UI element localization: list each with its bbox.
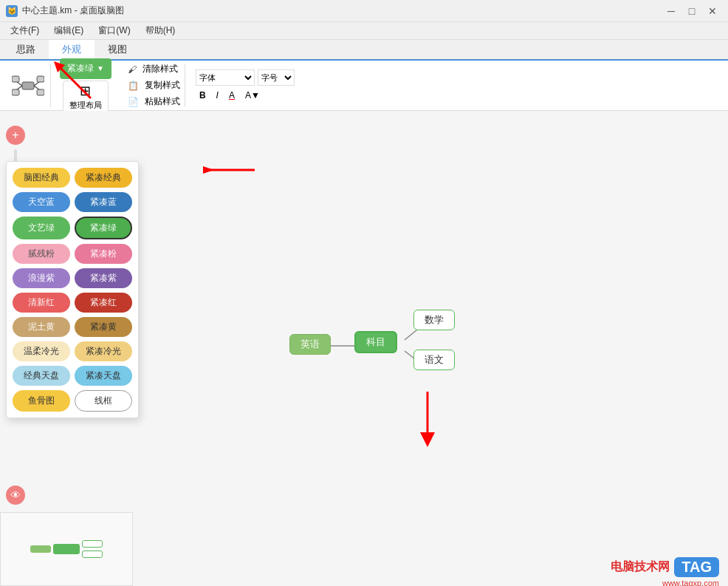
minimap-right-nodes: [82, 540, 103, 558]
theme-dropdown-menu: 脑图经典 紧凑经典 天空蓝 紧凑蓝 文艺绿 紧凑绿 腻残粉 紧凑粉 浪漫紫 紧凑…: [6, 161, 139, 418]
style-dropdown-button[interactable]: 紧凑绿 ▼: [60, 58, 111, 79]
mindmap-icon: [10, 68, 46, 103]
minimap-panel: [0, 512, 133, 586]
theme-tight-yellow[interactable]: 紧凑黄: [75, 317, 132, 337]
format-row-2: 📋 复制样式: [125, 79, 180, 92]
theme-romantic-purple[interactable]: 浪漫紫: [13, 268, 70, 288]
svg-rect-4: [12, 89, 19, 95]
minimap-content: [1, 513, 132, 585]
font-size-select[interactable]: 字号: [258, 69, 295, 86]
theme-earth-yellow[interactable]: 泥土黄: [13, 317, 70, 337]
layout-button[interactable]: ⊞ 整理布局: [63, 81, 109, 113]
svg-rect-2: [12, 76, 19, 82]
minimap-right-node-2: [82, 551, 103, 558]
theme-silly-pink[interactable]: 腻残粉: [13, 244, 70, 264]
theme-warm-cool[interactable]: 温柔冷光: [13, 341, 70, 361]
node-center[interactable]: 科目: [354, 331, 397, 353]
italic-button[interactable]: I: [213, 89, 222, 102]
main-area: 英语 科目 数学 语文 +: [0, 111, 728, 586]
font-row-1: 字体 字号: [196, 69, 295, 86]
watermark-tag: TAG: [674, 557, 719, 577]
theme-fresh-red[interactable]: 清新红: [13, 293, 70, 313]
copy-style-icon[interactable]: 📋: [125, 79, 142, 92]
format-section: 🖌 清除样式 📋 复制样式 📄 粘贴样式: [120, 64, 185, 107]
theme-tight-sky2[interactable]: 紧凑天盘: [75, 366, 132, 386]
titlebar-controls[interactable]: ─ □ ✕: [662, 4, 722, 18]
paste-style-icon[interactable]: 📄: [125, 95, 142, 109]
close-button[interactable]: ✕: [703, 4, 722, 18]
bold-button[interactable]: B: [196, 89, 210, 102]
toolbar-mindmap-icon-section: [6, 64, 51, 107]
format-row-1: 🖌 清除样式: [125, 63, 180, 76]
node-right2[interactable]: 语文: [413, 350, 455, 370]
menu-edit[interactable]: 编辑(E): [47, 23, 91, 38]
menubar: 文件(F) 编辑(E) 窗口(W) 帮助(H): [0, 22, 728, 40]
minimap-right-node-1: [82, 540, 103, 548]
theme-classic-sky[interactable]: 经典天盘: [13, 366, 70, 386]
tab-siluo[interactable]: 思路: [3, 40, 49, 61]
arrow-down-svg: [419, 392, 436, 451]
watermark: 电脑技术网 TAG www.tagxp.com: [611, 557, 719, 577]
clear-style-label: 清除样式: [142, 63, 178, 75]
app-icon: 🐱: [6, 5, 18, 17]
menu-file[interactable]: 文件(F): [3, 23, 47, 38]
watermark-url: www.tagxp.com: [662, 579, 719, 586]
watermark-text: 电脑技术网: [611, 559, 670, 575]
paste-style-label: 粘贴样式: [145, 95, 180, 108]
theme-tight-pink[interactable]: 紧凑粉: [75, 244, 132, 264]
font-color-button[interactable]: A: [225, 89, 238, 102]
font-row-2: B I A A▼: [196, 89, 295, 102]
svg-rect-8: [37, 89, 44, 95]
theme-literary-green[interactable]: 文艺绿: [13, 217, 70, 239]
node-yingyu[interactable]: 英语: [289, 334, 331, 355]
theme-tight-red[interactable]: 紧凑红: [75, 293, 132, 313]
eye-button[interactable]: 👁: [6, 486, 25, 505]
node-right1[interactable]: 数学: [413, 310, 455, 330]
clear-style-icon[interactable]: 🖌: [125, 63, 140, 76]
layout-icon: ⊞: [80, 83, 91, 99]
style-section: 紧凑绿 ▼ ⊞ 整理布局: [57, 58, 114, 113]
minimap-center-node: [53, 544, 80, 554]
window-title: 中心主题.km - 桌面版脑图: [22, 4, 124, 17]
titlebar: 🐱 中心主题.km - 桌面版脑图 ─ □ ✕: [0, 0, 728, 22]
node-left1[interactable]: 英语: [289, 334, 331, 355]
zoom-in-button[interactable]: +: [6, 126, 25, 145]
theme-tight-green[interactable]: 紧凑绿: [75, 217, 132, 239]
font-family-select[interactable]: 字体: [196, 69, 255, 86]
theme-tight-sky[interactable]: 紧凑蓝: [75, 192, 132, 212]
mindmap-svg-icon: [12, 72, 44, 100]
titlebar-left: 🐱 中心主题.km - 桌面版脑图: [6, 4, 124, 17]
toolbar: 紧凑绿 ▼ ⊞ 整理布局 🖌 清除样式 📋 复制样式 📄 粘贴样式 字体: [0, 61, 728, 111]
theme-fishbone[interactable]: 鱼骨图: [13, 390, 70, 412]
node-kemu[interactable]: 科目: [354, 331, 397, 353]
theme-sky-blue[interactable]: 天空蓝: [13, 192, 70, 212]
svg-rect-0: [22, 82, 34, 89]
highlight-button[interactable]: A▼: [241, 89, 264, 102]
menu-window[interactable]: 窗口(W): [91, 23, 137, 38]
font-section: 字体 字号 B I A A▼: [191, 64, 299, 107]
node-shuxue[interactable]: 数学: [413, 310, 455, 330]
minimap-nodes: [30, 540, 103, 558]
theme-tight-classic[interactable]: 紧凑经典: [75, 168, 132, 188]
svg-rect-6: [37, 76, 44, 82]
theme-tight-cool[interactable]: 紧凑冷光: [75, 341, 132, 361]
theme-grid: 脑图经典 紧凑经典 天空蓝 紧凑蓝 文艺绿 紧凑绿 腻残粉 紧凑粉 浪漫紫 紧凑…: [13, 168, 132, 412]
node-yuwen[interactable]: 语文: [413, 350, 455, 370]
menu-help[interactable]: 帮助(H): [138, 23, 183, 38]
minimize-button[interactable]: ─: [662, 4, 681, 18]
minimap-left-node: [30, 545, 51, 553]
copy-style-label: 复制样式: [145, 79, 180, 92]
dropdown-arrow-icon: ▼: [97, 64, 104, 72]
theme-tight-purple[interactable]: 紧凑紫: [75, 268, 132, 288]
arrow-down-indicator: [419, 392, 436, 456]
format-row-3: 📄 粘贴样式: [125, 95, 180, 109]
theme-wireframe[interactable]: 线框: [75, 390, 132, 412]
theme-brain-classic[interactable]: 脑图经典: [13, 168, 70, 188]
maximize-button[interactable]: □: [682, 4, 701, 18]
svg-marker-16: [420, 432, 435, 447]
